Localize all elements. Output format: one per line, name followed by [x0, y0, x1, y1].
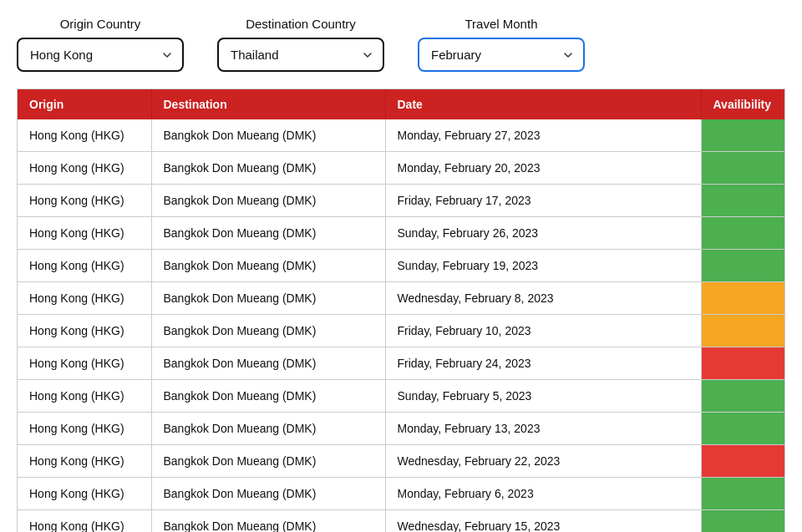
cell-origin: Hong Kong (HKG): [18, 380, 151, 413]
cell-origin: Hong Kong (HKG): [18, 510, 151, 533]
availability-indicator: [702, 282, 785, 314]
cell-date: Sunday, February 26, 2023: [385, 217, 701, 250]
availability-indicator: [702, 445, 785, 477]
cell-destination: Bangkok Don Mueang (DMK): [151, 413, 385, 445]
cell-destination: Bangkok Don Mueang (DMK): [151, 119, 385, 152]
cell-origin: Hong Kong (HKG): [18, 217, 151, 250]
cell-date: Friday, February 10, 2023: [385, 315, 701, 347]
results-table-wrapper: Origin Destination Date Availibility Hon…: [17, 89, 785, 532]
availability-indicator: [702, 510, 785, 532]
filters-row: Origin Country Hong KongSingaporeTokyoSe…: [17, 17, 785, 72]
cell-availability: [701, 152, 784, 185]
cell-availability: [701, 119, 784, 152]
cell-availability: [701, 445, 784, 478]
availability-indicator: [702, 478, 785, 509]
cell-origin: Hong Kong (HKG): [18, 315, 151, 347]
cell-date: Wednesday, February 15, 2023: [385, 510, 701, 533]
cell-destination: Bangkok Don Mueang (DMK): [151, 315, 385, 347]
table-row[interactable]: Hong Kong (HKG)Bangkok Don Mueang (DMK)M…: [18, 152, 784, 185]
cell-availability: [701, 510, 784, 533]
table-row[interactable]: Hong Kong (HKG)Bangkok Don Mueang (DMK)M…: [18, 478, 784, 510]
cell-origin: Hong Kong (HKG): [18, 413, 151, 445]
cell-date: Monday, February 20, 2023: [385, 152, 701, 185]
cell-availability: [701, 478, 784, 510]
cell-destination: Bangkok Don Mueang (DMK): [151, 347, 385, 380]
cell-origin: Hong Kong (HKG): [18, 119, 151, 152]
cell-availability: [701, 347, 784, 380]
cell-destination: Bangkok Don Mueang (DMK): [151, 510, 385, 533]
travel-month-label: Travel Month: [465, 17, 538, 31]
cell-date: Wednesday, February 22, 2023: [385, 445, 701, 478]
table-row[interactable]: Hong Kong (HKG)Bangkok Don Mueang (DMK)F…: [18, 347, 784, 380]
cell-availability: [701, 380, 784, 413]
cell-date: Friday, February 24, 2023: [385, 347, 701, 380]
table-row[interactable]: Hong Kong (HKG)Bangkok Don Mueang (DMK)W…: [18, 445, 784, 478]
cell-destination: Bangkok Don Mueang (DMK): [151, 152, 385, 185]
cell-date: Sunday, February 19, 2023: [385, 250, 701, 282]
cell-destination: Bangkok Don Mueang (DMK): [151, 445, 385, 478]
cell-availability: [701, 315, 784, 347]
cell-origin: Hong Kong (HKG): [18, 185, 151, 217]
table-row[interactable]: Hong Kong (HKG)Bangkok Don Mueang (DMK)M…: [18, 119, 784, 152]
col-header-date: Date: [385, 89, 701, 119]
cell-date: Monday, February 27, 2023: [385, 119, 701, 152]
table-row[interactable]: Hong Kong (HKG)Bangkok Don Mueang (DMK)W…: [18, 510, 784, 533]
availability-indicator: [702, 185, 785, 216]
table-row[interactable]: Hong Kong (HKG)Bangkok Don Mueang (DMK)S…: [18, 217, 784, 250]
availability-indicator: [702, 413, 785, 444]
availability-indicator: [702, 152, 785, 184]
cell-origin: Hong Kong (HKG): [18, 152, 151, 185]
cell-origin: Hong Kong (HKG): [18, 250, 151, 282]
availability-indicator: [702, 315, 785, 347]
table-row[interactable]: Hong Kong (HKG)Bangkok Don Mueang (DMK)S…: [18, 380, 784, 413]
table-row[interactable]: Hong Kong (HKG)Bangkok Don Mueang (DMK)W…: [18, 282, 784, 315]
cell-date: Monday, February 13, 2023: [385, 413, 701, 445]
table-header-row: Origin Destination Date Availibility: [18, 89, 784, 119]
results-table: Origin Destination Date Availibility Hon…: [18, 89, 784, 532]
col-header-availability: Availibility: [701, 89, 784, 119]
cell-destination: Bangkok Don Mueang (DMK): [151, 217, 385, 250]
cell-origin: Hong Kong (HKG): [18, 282, 151, 315]
cell-date: Sunday, February 5, 2023: [385, 380, 701, 413]
travel-month-select[interactable]: JanuaryFebruaryMarchApril: [418, 38, 585, 72]
cell-availability: [701, 250, 784, 282]
origin-label: Origin Country: [60, 17, 141, 31]
cell-origin: Hong Kong (HKG): [18, 445, 151, 478]
cell-date: Friday, February 17, 2023: [385, 185, 701, 217]
table-row[interactable]: Hong Kong (HKG)Bangkok Don Mueang (DMK)F…: [18, 315, 784, 347]
cell-date: Monday, February 6, 2023: [385, 478, 701, 510]
cell-destination: Bangkok Don Mueang (DMK): [151, 185, 385, 217]
cell-origin: Hong Kong (HKG): [18, 347, 151, 380]
table-row[interactable]: Hong Kong (HKG)Bangkok Don Mueang (DMK)F…: [18, 185, 784, 217]
cell-destination: Bangkok Don Mueang (DMK): [151, 478, 385, 510]
destination-select[interactable]: ThailandJapanKoreaAustralia: [217, 38, 384, 72]
availability-indicator: [702, 217, 785, 249]
cell-availability: [701, 185, 784, 217]
col-header-origin: Origin: [18, 89, 151, 119]
cell-origin: Hong Kong (HKG): [18, 478, 151, 510]
cell-destination: Bangkok Don Mueang (DMK): [151, 380, 385, 413]
cell-destination: Bangkok Don Mueang (DMK): [151, 250, 385, 282]
table-row[interactable]: Hong Kong (HKG)Bangkok Don Mueang (DMK)S…: [18, 250, 784, 282]
col-header-destination: Destination: [151, 89, 385, 119]
cell-availability: [701, 217, 784, 250]
page: Origin Country Hong KongSingaporeTokyoSe…: [0, 0, 802, 532]
destination-label: Destination Country: [246, 17, 356, 31]
cell-availability: [701, 413, 784, 445]
origin-filter-group: Origin Country Hong KongSingaporeTokyoSe…: [17, 17, 184, 72]
travel-month-filter-group: Travel Month JanuaryFebruaryMarchApril: [418, 17, 585, 72]
origin-select[interactable]: Hong KongSingaporeTokyoSeoul: [17, 38, 184, 72]
table-row[interactable]: Hong Kong (HKG)Bangkok Don Mueang (DMK)M…: [18, 413, 784, 445]
destination-filter-group: Destination Country ThailandJapanKoreaAu…: [217, 17, 384, 72]
availability-indicator: [702, 119, 785, 151]
availability-indicator: [702, 250, 785, 281]
cell-destination: Bangkok Don Mueang (DMK): [151, 282, 385, 315]
availability-indicator: [702, 380, 785, 412]
cell-date: Wednesday, February 8, 2023: [385, 282, 701, 315]
cell-availability: [701, 282, 784, 315]
availability-indicator: [702, 347, 785, 379]
